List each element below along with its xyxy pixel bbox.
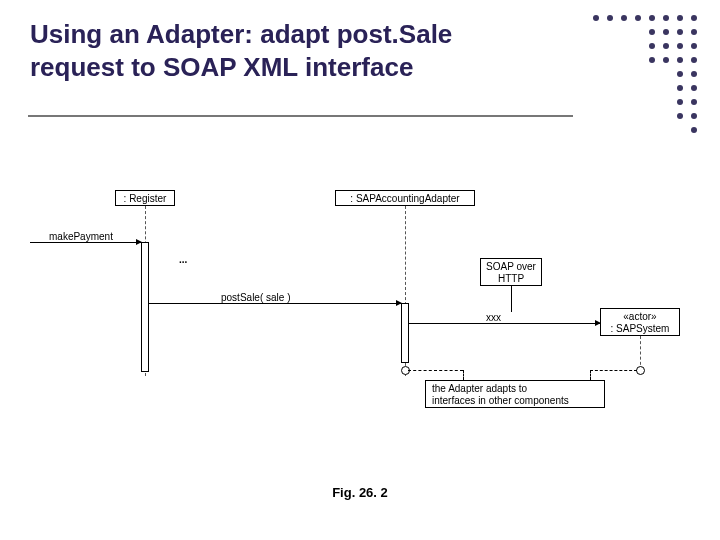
participant-actor: «actor» : SAPSystem <box>600 308 680 336</box>
svg-point-12 <box>649 43 655 49</box>
note-adapter: the Adapter adapts to interfaces in othe… <box>425 380 605 408</box>
svg-point-2 <box>621 15 627 21</box>
arrow-makepayment <box>30 242 141 243</box>
svg-point-17 <box>663 57 669 63</box>
msg-makepayment: makePayment <box>48 231 114 242</box>
note-connector-adapter <box>408 370 463 371</box>
note-connector-actor-v <box>590 370 591 380</box>
svg-point-6 <box>677 15 683 21</box>
svg-point-0 <box>593 15 599 21</box>
svg-point-3 <box>635 15 641 21</box>
note-connector-actor <box>590 370 637 371</box>
svg-point-25 <box>691 99 697 105</box>
sequence-diagram: : Register : SAPAccountingAdapter «actor… <box>30 190 700 450</box>
svg-point-7 <box>691 15 697 21</box>
lifeline-actor <box>640 336 641 370</box>
msg-dots: ... <box>178 254 188 265</box>
msg-postsale: postSale( sale ) <box>220 292 291 303</box>
svg-point-1 <box>607 15 613 21</box>
arrow-postsale <box>149 303 401 304</box>
slide-title: Using an Adapter: adapt post.Sale reques… <box>30 18 550 83</box>
svg-point-28 <box>691 127 697 133</box>
svg-point-16 <box>649 57 655 63</box>
svg-point-14 <box>677 43 683 49</box>
activation-register <box>141 242 149 372</box>
svg-point-20 <box>677 71 683 77</box>
svg-point-11 <box>691 29 697 35</box>
svg-point-13 <box>663 43 669 49</box>
svg-point-8 <box>649 29 655 35</box>
svg-point-18 <box>677 57 683 63</box>
svg-point-15 <box>691 43 697 49</box>
svg-point-27 <box>691 113 697 119</box>
arrow-xxx <box>409 323 600 324</box>
activation-adapter <box>401 303 409 363</box>
svg-point-23 <box>691 85 697 91</box>
title-underline <box>28 115 573 117</box>
svg-point-10 <box>677 29 683 35</box>
msg-xxx: xxx <box>485 312 502 323</box>
note-anchor-actor <box>636 366 645 375</box>
svg-point-19 <box>691 57 697 63</box>
participant-register: : Register <box>115 190 175 206</box>
svg-point-22 <box>677 85 683 91</box>
note-connector-adapter-v <box>463 370 464 380</box>
participant-adapter: : SAPAccountingAdapter <box>335 190 475 206</box>
note-soap: SOAP over HTTP <box>480 258 542 286</box>
svg-point-5 <box>663 15 669 21</box>
figure-caption: Fig. 26. 2 <box>0 485 720 500</box>
svg-point-24 <box>677 99 683 105</box>
note-soap-connector <box>511 286 512 312</box>
svg-point-9 <box>663 29 669 35</box>
svg-point-21 <box>691 71 697 77</box>
svg-point-26 <box>677 113 683 119</box>
dot-decoration <box>586 10 706 140</box>
svg-point-4 <box>649 15 655 21</box>
